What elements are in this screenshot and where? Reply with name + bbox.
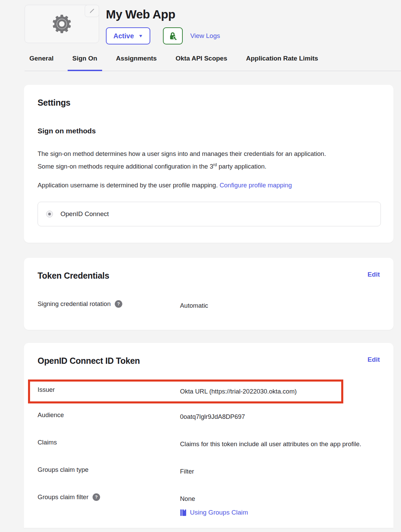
claims-value: Claims for this token include all user a… <box>180 438 361 451</box>
settings-card-title: Settings <box>38 98 380 108</box>
groups-claim-type-value: Filter <box>180 465 194 478</box>
row-label-text: Claims <box>38 438 57 447</box>
sign-on-policy-button[interactable] <box>163 27 183 44</box>
page-title: My Web App <box>106 8 175 21</box>
chevron-down-icon: ▼ <box>138 34 143 38</box>
issuer-value: Okta URL (https://trial-2022030.okta.com… <box>180 385 297 398</box>
sign-on-methods-heading: Sign on methods <box>38 127 380 135</box>
token-credentials-edit-button[interactable]: Edit <box>368 271 380 278</box>
sign-on-method-label: OpenID Connect <box>60 210 109 218</box>
row-label-text: Groups claim type <box>38 465 88 475</box>
filter-value-text: None <box>180 492 248 505</box>
row-label-text: Audience <box>38 410 64 420</box>
issuer-row: Issuer Okta URL (https://trial-2022030.o… <box>38 385 341 398</box>
tab-assignments[interactable]: Assignments <box>111 55 162 71</box>
radio-selected-icon[interactable] <box>46 211 53 217</box>
app-header: My Web App Active ▼ View Logs <box>0 0 401 55</box>
audience-row: Audience 0oatq7lglr9JdA8DP697 <box>38 410 380 423</box>
lock-with-key-icon <box>168 31 177 40</box>
tab-application-rate-limits[interactable]: Application Rate Limits <box>241 55 323 71</box>
groups-claim-type-row: Groups claim type Filter <box>38 465 380 478</box>
row-label-text: Signing credential rotation <box>38 299 111 309</box>
issuer-annotation-box: Issuer Okta URL (https://trial-2022030.o… <box>28 380 343 403</box>
row-label: Signing credential rotation ? <box>38 299 180 309</box>
using-groups-claim-link[interactable]: Using Groups Claim <box>180 507 248 518</box>
gear-icon <box>51 13 73 35</box>
description-text-tail: party application. <box>217 163 266 170</box>
claims-row: Claims Claims for this token include all… <box>38 438 380 451</box>
app-logo-box <box>25 5 99 43</box>
configure-profile-mapping-link[interactable]: Configure profile mapping <box>220 182 292 189</box>
status-dropdown-button[interactable]: Active ▼ <box>106 27 150 44</box>
status-label: Active <box>113 32 134 40</box>
mapping-text: Application username is determined by th… <box>38 182 220 189</box>
tab-sign-on[interactable]: Sign On <box>68 55 102 71</box>
audience-value: 0oatq7lglr9JdA8DP697 <box>180 410 245 423</box>
row-label: Audience <box>38 410 180 420</box>
id-token-rows: Issuer Okta URL (https://trial-2022030.o… <box>38 380 380 518</box>
edit-logo-button[interactable] <box>85 5 99 17</box>
row-label-text: Issuer <box>38 385 55 395</box>
openid-connect-id-token-card: OpenID Connect ID Token Edit Issuer Okta… <box>24 343 393 528</box>
id-token-title: OpenID Connect ID Token <box>38 356 140 366</box>
token-credentials-title: Token Credentials <box>38 271 109 281</box>
description-text: The sign-on method determines how a user… <box>38 150 326 170</box>
pencil-icon <box>89 8 95 14</box>
tab-okta-api-scopes[interactable]: Okta API Scopes <box>171 55 232 71</box>
signing-credential-rotation-row: Signing credential rotation ? Automatic <box>38 299 380 312</box>
row-label: Groups claim type <box>38 465 180 475</box>
id-token-edit-button[interactable]: Edit <box>368 356 380 363</box>
row-label: Claims <box>38 438 180 447</box>
username-mapping-description: Application username is determined by th… <box>38 179 331 191</box>
row-value: Automatic <box>180 299 208 312</box>
header-actions: Active ▼ View Logs <box>106 27 220 44</box>
doc-link-label: Using Groups Claim <box>190 507 248 518</box>
tab-general[interactable]: General <box>25 55 58 71</box>
token-credentials-card: Token Credentials Edit Signing credentia… <box>24 258 393 330</box>
help-icon[interactable]: ? <box>93 493 100 501</box>
book-icon <box>180 509 186 516</box>
sign-on-method-option[interactable]: OpenID Connect <box>38 202 381 226</box>
help-icon[interactable]: ? <box>115 300 122 308</box>
row-label: Groups claim filter ? <box>38 492 180 502</box>
ordinal-superscript: rd <box>213 162 217 167</box>
app-tabbar: General Sign On Assignments Okta API Sco… <box>25 55 401 71</box>
settings-card: Settings Sign on methods The sign-on met… <box>24 85 393 243</box>
groups-claim-filter-value: None Using Groups Claim <box>180 492 248 518</box>
row-label: Issuer <box>38 385 180 395</box>
row-label-text: Groups claim filter <box>38 492 88 502</box>
sign-on-methods-description: The sign-on method determines how a user… <box>38 148 331 172</box>
view-logs-link[interactable]: View Logs <box>190 32 220 40</box>
groups-claim-filter-row: Groups claim filter ? None Using Groups … <box>38 492 380 518</box>
